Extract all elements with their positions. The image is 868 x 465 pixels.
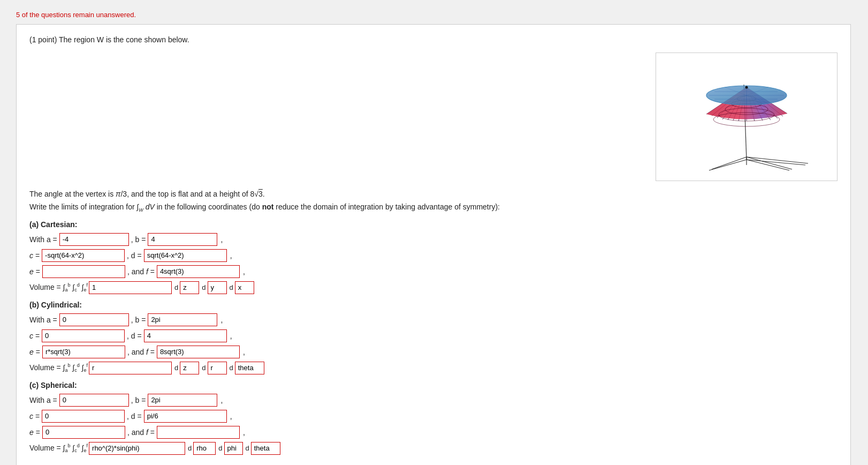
- svg-line-1: [747, 160, 789, 170]
- spherical-cd-comma: ,: [230, 412, 232, 421]
- cylindrical-ab-row: With a = , b = ,: [29, 313, 837, 326]
- cartesian-d-label: , d =: [127, 251, 142, 260]
- problem-header: (1 point) The region W is the cone shown…: [29, 35, 837, 44]
- spherical-d1-label: d: [188, 444, 192, 452]
- cartesian-volume-row: Volume = ∫ab ∫cd ∫ef d d d: [29, 281, 837, 294]
- cylindrical-a-input[interactable]: [59, 313, 129, 326]
- spherical-diff1-input[interactable]: [193, 442, 216, 455]
- spherical-diff2-input[interactable]: [224, 442, 243, 455]
- cylindrical-b-label: , b =: [131, 316, 146, 324]
- cone-image: [656, 52, 837, 181]
- svg-line-18: [712, 157, 747, 169]
- spherical-f-input[interactable]: [157, 426, 240, 439]
- cylindrical-d-input[interactable]: [144, 329, 227, 342]
- cartesian-f-label: , and f =: [127, 267, 155, 276]
- cartesian-cd-row: c = , d = ,: [29, 249, 837, 262]
- cartesian-diff3-input[interactable]: [235, 281, 254, 294]
- spherical-c-input[interactable]: [42, 410, 125, 423]
- cartesian-ab-comma: ,: [220, 235, 223, 244]
- spherical-a-input[interactable]: [59, 394, 129, 407]
- cylindrical-cd-row: c = , d = ,: [29, 329, 837, 342]
- svg-line-0: [709, 160, 747, 170]
- spherical-cd-row: c = , d = ,: [29, 410, 837, 423]
- cartesian-a-input[interactable]: [59, 233, 129, 246]
- spherical-e-label: e =: [29, 428, 40, 437]
- cylindrical-d2-label: d: [202, 364, 205, 372]
- cartesian-d3-label: d: [230, 283, 233, 291]
- cartesian-e-label: e =: [29, 267, 40, 276]
- cylindrical-b-input[interactable]: [148, 313, 217, 326]
- cylindrical-cd-comma: ,: [230, 332, 232, 340]
- layout-row: [29, 52, 837, 181]
- cone-svg: [661, 58, 832, 176]
- spherical-ab-row: With a = , b = ,: [29, 394, 837, 407]
- cartesian-d-input[interactable]: [144, 249, 227, 262]
- spherical-d-input[interactable]: [144, 410, 227, 423]
- spherical-volume-row: Volume = ∫ab ∫cd ∫ef d d d: [29, 442, 837, 455]
- cylindrical-ef-row: e = , and f = ,: [29, 346, 837, 358]
- cartesian-c-label: c =: [29, 251, 40, 260]
- cylindrical-integrand-input[interactable]: [89, 362, 172, 374]
- spherical-d2-label: d: [218, 444, 222, 452]
- cylindrical-e-label: e =: [29, 348, 40, 356]
- cartesian-cd-comma: ,: [230, 251, 232, 260]
- cylindrical-d1-label: d: [174, 364, 178, 372]
- cylindrical-f-label: , and f =: [127, 348, 155, 356]
- cartesian-b-input[interactable]: [148, 233, 217, 246]
- main-card: (1 point) The region W is the cone shown…: [16, 24, 851, 465]
- cylindrical-c-label: c =: [29, 332, 40, 340]
- spherical-volume-label: Volume = ∫ab ∫cd ∫ef: [29, 443, 88, 453]
- cartesian-b-label: , b =: [131, 235, 146, 244]
- cylindrical-diff3-input[interactable]: [235, 362, 264, 374]
- cylindrical-c-input[interactable]: [42, 329, 125, 342]
- section-spherical-title: (c) Spherical:: [29, 381, 837, 389]
- spherical-d3-label: d: [246, 444, 249, 452]
- section-cartesian-title: (a) Cartesian:: [29, 220, 837, 229]
- cylindrical-diff2-input[interactable]: [208, 362, 227, 374]
- cylindrical-d3-label: d: [230, 364, 233, 372]
- cartesian-e-input[interactable]: [42, 265, 125, 278]
- spherical-diff3-input[interactable]: [251, 442, 280, 455]
- cylindrical-volume-label: Volume = ∫ab ∫cd ∫ef: [29, 363, 88, 373]
- cylindrical-a-label: With a =: [29, 316, 57, 324]
- spherical-f-label: , and f =: [127, 428, 155, 437]
- cylindrical-d-label: , d =: [127, 332, 142, 340]
- cartesian-c-input[interactable]: [42, 249, 125, 262]
- cylindrical-ab-comma: ,: [220, 316, 223, 324]
- cartesian-f-input[interactable]: [157, 265, 240, 278]
- spherical-c-label: c =: [29, 412, 40, 421]
- cylindrical-diff1-input[interactable]: [180, 362, 199, 374]
- spherical-b-label: , b =: [131, 396, 146, 404]
- spherical-ef-row: e = , and f = ,: [29, 426, 837, 439]
- spherical-d-label: , d =: [127, 412, 142, 421]
- spherical-integrand-input[interactable]: [89, 442, 185, 455]
- cartesian-volume-label: Volume = ∫ab ∫cd ∫ef: [29, 282, 88, 292]
- section-cylindrical-title: (b) Cylindrical:: [29, 301, 837, 309]
- spherical-ab-comma: ,: [220, 396, 223, 404]
- instruction: Write the limits of integration for ∫W d…: [29, 202, 837, 213]
- cartesian-diff1-input[interactable]: [180, 281, 199, 294]
- spherical-e-input[interactable]: [42, 426, 125, 439]
- cartesian-integrand-input[interactable]: [89, 281, 172, 294]
- spherical-b-input[interactable]: [148, 394, 217, 407]
- cylindrical-f-input[interactable]: [157, 346, 240, 358]
- cartesian-d2-label: d: [202, 283, 205, 291]
- cylindrical-e-input[interactable]: [42, 346, 125, 358]
- spherical-a-label: With a =: [29, 396, 57, 404]
- cartesian-d1-label: d: [174, 283, 178, 291]
- cartesian-ef-comma: ,: [243, 267, 245, 276]
- cylindrical-ef-comma: ,: [243, 348, 245, 356]
- cylindrical-volume-row: Volume = ∫ab ∫cd ∫ef d d d: [29, 362, 837, 374]
- description: The angle at the vertex is π/3, and the …: [29, 190, 837, 198]
- cartesian-ab-row: With a = , b = ,: [29, 233, 837, 246]
- top-note: 5 of the questions remain unanswered.: [16, 11, 852, 19]
- cartesian-ef-row: e = , and f = ,: [29, 265, 837, 278]
- spherical-ef-comma: ,: [243, 428, 245, 437]
- cartesian-a-label: With a =: [29, 235, 57, 244]
- cartesian-diff2-input[interactable]: [208, 281, 227, 294]
